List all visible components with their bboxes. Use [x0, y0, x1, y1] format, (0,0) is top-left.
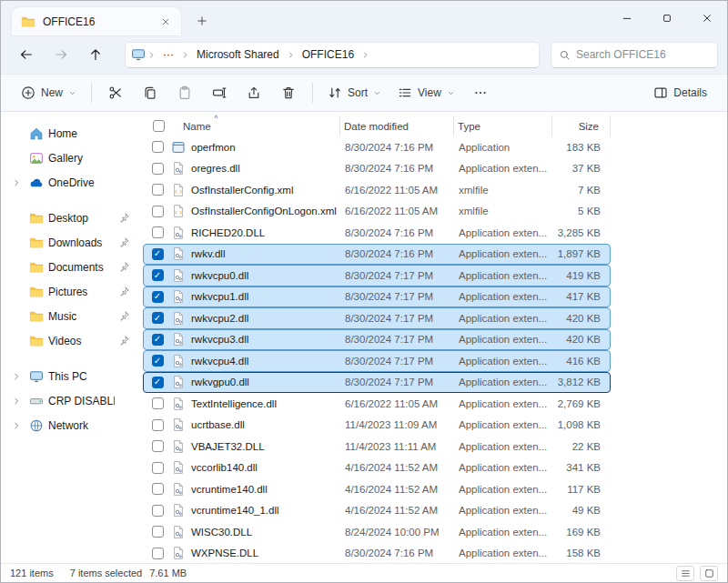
- breadcrumb-segment-microsoft-shared[interactable]: Microsoft Shared: [191, 45, 285, 64]
- table-row[interactable]: vcruntime140_1.dll 4/16/2024 11:52 AM Ap…: [143, 500, 611, 522]
- column-header-date-modified[interactable]: Date modified: [340, 116, 454, 136]
- expand-chevron-icon[interactable]: [12, 397, 25, 406]
- table-row[interactable]: rwkvcpu2.dll 8/30/2024 7:17 PM Applicati…: [143, 307, 611, 329]
- chevron-right-icon: [181, 51, 189, 59]
- sidebar-item-downloads[interactable]: Downloads: [5, 230, 134, 255]
- table-row[interactable]: vccorlib140.dll 4/16/2024 11:52 AM Appli…: [143, 457, 611, 479]
- row-checkbox[interactable]: [152, 505, 164, 517]
- table-row[interactable]: rwkvcpu1.dll 8/30/2024 7:17 PM Applicati…: [143, 286, 611, 308]
- table-row[interactable]: rwkv.dll 8/30/2024 7:16 PM Application e…: [143, 244, 611, 266]
- sidebar-item-music[interactable]: Music: [5, 304, 134, 328]
- select-all-checkbox[interactable]: [143, 116, 170, 136]
- row-checkbox[interactable]: [152, 462, 164, 474]
- explorer-tab[interactable]: OFFICE16: [12, 7, 181, 35]
- table-row[interactable]: oregres.dll 8/30/2024 7:16 PM Applicatio…: [143, 158, 611, 180]
- breadcrumb-segment-office16[interactable]: OFFICE16: [297, 45, 359, 64]
- table-row[interactable]: OsfInstallerConfig.xml 6/16/2022 11:05 A…: [143, 179, 611, 201]
- minimize-button[interactable]: [607, 1, 647, 35]
- table-row[interactable]: VBAJET32.DLL 11/4/2023 11:11 AM Applicat…: [143, 436, 611, 457]
- expand-chevron-icon[interactable]: [12, 372, 25, 381]
- table-row[interactable]: RICHED20.DLL 8/30/2024 7:16 PM Applicati…: [143, 222, 611, 244]
- row-checkbox[interactable]: [152, 312, 164, 324]
- details-button[interactable]: Details: [646, 78, 714, 107]
- file-type: Application exten...: [455, 419, 553, 430]
- row-checkbox[interactable]: [152, 526, 164, 538]
- sidebar-item-pictures[interactable]: Pictures: [5, 279, 134, 304]
- sidebar-item-icon: [28, 126, 45, 141]
- delete-button[interactable]: [272, 78, 305, 107]
- row-checkbox[interactable]: [152, 226, 164, 238]
- new-tab-button[interactable]: [190, 9, 214, 33]
- row-checkbox[interactable]: [152, 355, 164, 367]
- column-header-type[interactable]: Type: [454, 116, 552, 136]
- row-checkbox[interactable]: [152, 291, 164, 303]
- table-row[interactable]: OsfInstallerConfigOnLogon.xml 6/16/2022 …: [143, 201, 611, 223]
- file-date-modified: 8/30/2024 7:17 PM: [341, 377, 455, 387]
- table-row[interactable]: rwkvcpu3.dll 8/30/2024 7:17 PM Applicati…: [143, 329, 611, 351]
- toolbar-divider: [312, 83, 313, 103]
- row-checkbox[interactable]: [152, 419, 164, 431]
- row-checkbox[interactable]: [152, 397, 164, 409]
- table-row[interactable]: operfmon 8/30/2024 7:16 PM Application 1…: [143, 136, 611, 158]
- share-button[interactable]: [238, 78, 270, 107]
- forward-button[interactable]: [46, 41, 76, 68]
- cut-button[interactable]: [99, 78, 132, 107]
- rename-button[interactable]: [203, 78, 236, 107]
- sidebar-item-videos[interactable]: Videos: [5, 328, 134, 353]
- up-button[interactable]: [81, 41, 110, 68]
- maximize-button[interactable]: [647, 1, 687, 35]
- file-icon: [171, 354, 186, 368]
- ellipsis-icon: [473, 85, 488, 100]
- view-button[interactable]: View: [390, 78, 462, 107]
- sidebar-item-gallery[interactable]: Gallery: [5, 146, 134, 170]
- row-checkbox[interactable]: [152, 440, 164, 452]
- table-row[interactable]: TextIntelligence.dll 6/16/2022 11:05 AM …: [143, 393, 611, 415]
- new-button[interactable]: New: [14, 78, 84, 107]
- table-row[interactable]: vcruntime140.dll 4/16/2024 11:52 AM Appl…: [143, 478, 611, 500]
- sidebar-item-desktop[interactable]: Desktop: [5, 206, 134, 230]
- expand-chevron-icon[interactable]: [12, 178, 25, 187]
- expand-chevron-icon[interactable]: [12, 421, 25, 430]
- sidebar-item-label: Gallery: [48, 152, 115, 165]
- more-options-button[interactable]: [464, 78, 497, 107]
- back-button[interactable]: [12, 41, 41, 68]
- search-input[interactable]: [576, 48, 710, 61]
- table-row[interactable]: rwkvcpu4.dll 8/30/2024 7:17 PM Applicati…: [143, 350, 611, 372]
- file-date-modified: 8/30/2024 7:16 PM: [341, 142, 455, 153]
- sidebar-item-this-pc[interactable]: This PC: [5, 364, 134, 388]
- file-icon: [171, 183, 186, 197]
- column-header-size[interactable]: Size: [552, 116, 611, 136]
- sidebar-item-documents[interactable]: Documents: [5, 255, 134, 279]
- paste-button[interactable]: [168, 78, 201, 107]
- table-row[interactable]: rwkvgpu0.dll 8/30/2024 7:17 PM Applicati…: [143, 372, 611, 394]
- breadcrumb-ellipsis[interactable]: ···: [157, 45, 179, 64]
- details-view-toggle-icon[interactable]: [676, 566, 694, 581]
- thumbnail-view-toggle-icon[interactable]: [700, 566, 718, 581]
- sort-button[interactable]: Sort: [320, 78, 389, 107]
- copy-button[interactable]: [134, 78, 167, 107]
- address-bar[interactable]: ··· Microsoft Shared OFFICE16: [125, 42, 540, 68]
- row-checkbox[interactable]: [152, 206, 164, 217]
- file-name: ucrtbase.dll: [191, 419, 341, 430]
- row-checkbox[interactable]: [152, 248, 164, 260]
- row-checkbox[interactable]: [152, 377, 164, 388]
- column-header-name[interactable]: ˄ Name: [170, 116, 340, 136]
- table-row[interactable]: rwkvcpu0.dll 8/30/2024 7:17 PM Applicati…: [143, 265, 611, 286]
- sidebar-item-crp-disabld-d[interactable]: CRP DISABLD (D:): [5, 388, 134, 413]
- close-button[interactable]: [687, 1, 727, 35]
- table-row[interactable]: ucrtbase.dll 11/4/2023 11:09 AM Applicat…: [143, 415, 611, 437]
- sidebar-item-onedrive[interactable]: OneDrive: [5, 170, 134, 195]
- tab-close-icon[interactable]: [157, 14, 174, 30]
- table-row[interactable]: WXPNSE.DLL 8/30/2024 7:16 PM Application…: [143, 543, 611, 565]
- row-checkbox[interactable]: [152, 163, 164, 175]
- sidebar-item-network[interactable]: Network: [5, 413, 134, 437]
- table-row[interactable]: WISC30.DLL 8/24/2024 10:00 PM Applicatio…: [143, 521, 611, 543]
- row-checkbox[interactable]: [152, 483, 164, 495]
- row-checkbox[interactable]: [152, 184, 164, 196]
- file-type: Application exten...: [455, 270, 553, 281]
- row-checkbox[interactable]: [152, 548, 164, 559]
- sidebar-item-home[interactable]: Home: [5, 121, 134, 146]
- row-checkbox[interactable]: [152, 334, 164, 346]
- row-checkbox[interactable]: [152, 269, 164, 281]
- row-checkbox[interactable]: [152, 141, 164, 153]
